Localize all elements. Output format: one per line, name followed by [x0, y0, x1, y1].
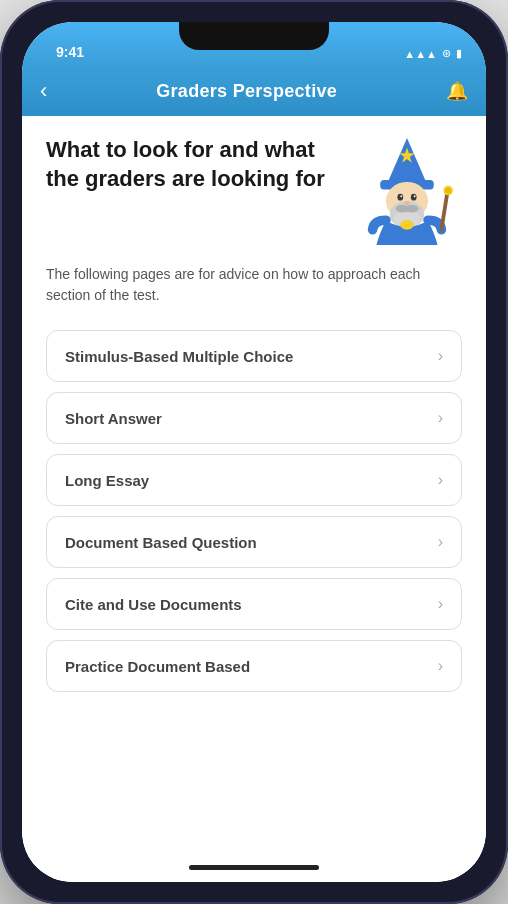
menu-item-label-pdb: Practice Document Based: [65, 658, 250, 675]
battery-icon: ▮: [456, 47, 462, 60]
hero-section: What to look for and what the graders ar…: [46, 136, 462, 246]
menu-item-label-le: Long Essay: [65, 472, 149, 489]
svg-marker-0: [388, 138, 426, 182]
svg-point-14: [400, 220, 413, 230]
svg-point-8: [405, 205, 418, 213]
subtitle-text: The following pages are for advice on ho…: [46, 264, 462, 306]
menu-item-sbmc[interactable]: Stimulus-Based Multiple Choice ›: [46, 330, 462, 382]
hero-heading: What to look for and what the graders ar…: [46, 136, 342, 193]
status-time: 9:41: [46, 44, 84, 60]
chevron-icon-sbmc: ›: [438, 347, 443, 365]
phone-shell: 9:41 ▲▲▲ ⊛ ▮ ‹ Graders Perspective 🔔 Wha…: [0, 0, 508, 904]
svg-point-9: [397, 194, 403, 201]
menu-item-label-sa: Short Answer: [65, 410, 162, 427]
signal-icon: ▲▲▲: [404, 48, 437, 60]
home-bar: [189, 865, 319, 870]
menu-item-dbq[interactable]: Document Based Question ›: [46, 516, 462, 568]
chevron-icon-sa: ›: [438, 409, 443, 427]
svg-point-17: [445, 188, 451, 194]
menu-item-cud[interactable]: Cite and Use Documents ›: [46, 578, 462, 630]
wifi-icon: ⊛: [442, 47, 451, 60]
svg-point-13: [405, 201, 410, 205]
status-icons: ▲▲▲ ⊛ ▮: [404, 47, 462, 60]
menu-item-label-cud: Cite and Use Documents: [65, 596, 242, 613]
menu-list: Stimulus-Based Multiple Choice › Short A…: [46, 330, 462, 692]
svg-point-10: [411, 194, 417, 201]
chevron-icon-le: ›: [438, 471, 443, 489]
chevron-icon-pdb: ›: [438, 657, 443, 675]
menu-item-sa[interactable]: Short Answer ›: [46, 392, 462, 444]
screen: 9:41 ▲▲▲ ⊛ ▮ ‹ Graders Perspective 🔔 Wha…: [22, 22, 486, 882]
chevron-icon-dbq: ›: [438, 533, 443, 551]
app-header: ‹ Graders Perspective 🔔: [22, 66, 486, 116]
bell-icon[interactable]: 🔔: [446, 80, 468, 102]
back-button[interactable]: ‹: [40, 78, 47, 104]
header-title: Graders Perspective: [156, 81, 337, 102]
menu-item-le[interactable]: Long Essay ›: [46, 454, 462, 506]
content-area: What to look for and what the graders ar…: [22, 116, 486, 852]
notch: [179, 22, 329, 50]
wizard-illustration: [352, 136, 462, 246]
menu-item-label-sbmc: Stimulus-Based Multiple Choice: [65, 348, 293, 365]
menu-item-label-dbq: Document Based Question: [65, 534, 257, 551]
svg-point-11: [400, 195, 402, 197]
menu-item-pdb[interactable]: Practice Document Based ›: [46, 640, 462, 692]
svg-point-12: [414, 195, 416, 197]
chevron-icon-cud: ›: [438, 595, 443, 613]
home-indicator: [22, 852, 486, 882]
phone-inner: 9:41 ▲▲▲ ⊛ ▮ ‹ Graders Perspective 🔔 Wha…: [22, 22, 486, 882]
